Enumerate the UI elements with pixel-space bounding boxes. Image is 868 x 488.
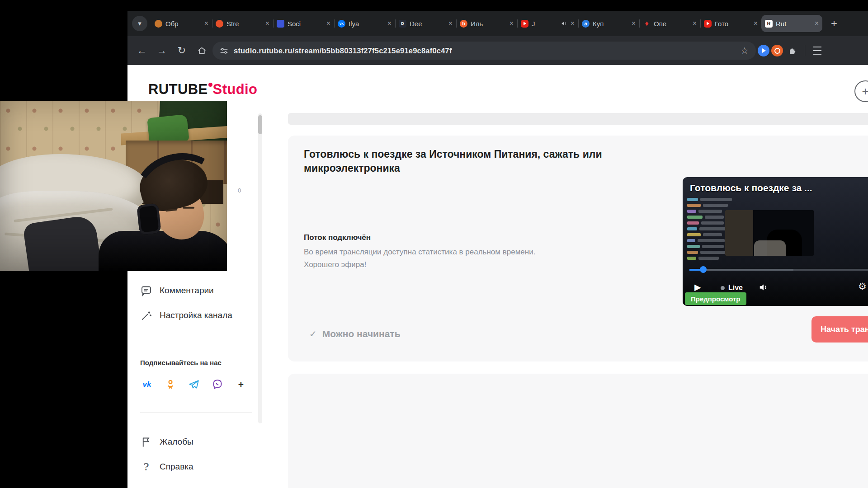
chat-line xyxy=(687,216,724,219)
create-button[interactable]: + xyxy=(854,80,868,102)
ready-label: Можно начинать xyxy=(322,328,401,339)
youtube-favicon xyxy=(521,20,528,28)
vk-link[interactable]: vk xyxy=(139,377,155,392)
progress-knob[interactable] xyxy=(700,266,707,273)
url-text: studio.rutube.ru/stream/b5bb80313f27f5c2… xyxy=(234,47,735,55)
toolbar-separator xyxy=(805,45,805,56)
browser-tab[interactable]: Гото × xyxy=(700,15,761,32)
forward-button[interactable]: → xyxy=(153,42,171,60)
tab-label: Stre xyxy=(226,20,262,28)
odnoklassniki-link[interactable] xyxy=(163,377,178,392)
close-icon[interactable]: × xyxy=(815,20,819,27)
browser-tab[interactable]: D Dee × xyxy=(395,15,456,32)
tab-search-button[interactable]: ▾ xyxy=(132,16,147,31)
tab-label: Обр xyxy=(165,20,201,28)
close-icon[interactable]: × xyxy=(754,20,758,27)
telegram-icon xyxy=(188,379,200,390)
stream-status-line: Хорошего эфира! xyxy=(304,260,366,269)
browser-tab[interactable]: b Иль × xyxy=(456,15,517,32)
diamond-favicon: ♦ xyxy=(643,20,651,28)
rutube-studio-page: RUTUBEStudio + 0 Комментарии Настройка к… xyxy=(127,65,868,488)
browser-menu-icon[interactable] xyxy=(810,42,825,60)
social-favicon xyxy=(277,20,284,28)
stream-status-line: Во время трансляции доступна статистика … xyxy=(304,248,535,257)
close-icon[interactable]: × xyxy=(509,20,514,27)
viber-link[interactable] xyxy=(210,377,225,392)
browser-tab[interactable]: VK Ilya × xyxy=(334,15,395,32)
close-icon[interactable]: × xyxy=(265,20,269,27)
tab-label: Опе xyxy=(654,20,689,28)
settings-button[interactable]: ⚙ xyxy=(858,281,867,292)
sidebar-item-comments[interactable]: Комментарии xyxy=(140,280,253,301)
sidebar-scrollbar[interactable] xyxy=(258,113,262,423)
telegram-link[interactable] xyxy=(186,377,202,392)
extension-icon-2[interactable] xyxy=(771,45,783,56)
youtube-favicon xyxy=(704,20,712,28)
back-button[interactable]: ← xyxy=(133,42,151,60)
close-icon[interactable]: × xyxy=(326,20,330,27)
close-icon[interactable]: × xyxy=(693,20,697,27)
start-stream-button[interactable]: Начать трансляцию xyxy=(811,316,868,343)
speaker-icon[interactable] xyxy=(561,20,567,27)
vk-icon: vk xyxy=(143,380,151,389)
reload-button[interactable]: ↻ xyxy=(173,42,191,60)
chat-line xyxy=(687,204,728,207)
play-icon xyxy=(524,22,526,25)
logo-brand-text: RUTUBE xyxy=(148,81,208,97)
logo-suffix-text: Studio xyxy=(213,81,258,97)
stream-status-title: Поток подключён xyxy=(304,233,371,242)
question-icon: ? xyxy=(140,461,152,473)
viber-icon xyxy=(212,379,223,390)
close-icon[interactable]: × xyxy=(204,20,208,27)
chat-line xyxy=(687,233,722,236)
sidebar-item-reports[interactable]: Жалобы xyxy=(140,432,253,452)
favicon-glyph: VK xyxy=(340,22,344,25)
webcam-overlay xyxy=(0,101,227,271)
url-bar[interactable]: studio.rutube.ru/stream/b5bb80313f27f5c2… xyxy=(212,42,756,60)
webcam-vignette xyxy=(0,101,227,271)
flag-icon xyxy=(140,436,152,448)
volume-icon xyxy=(759,282,769,292)
extension-icon-1[interactable] xyxy=(758,45,769,56)
bookmark-star-icon[interactable]: ☆ xyxy=(741,45,749,56)
more-socials-button[interactable]: + xyxy=(233,377,249,392)
sidebar-item-help[interactable]: ? Справка xyxy=(140,456,253,477)
chat-line xyxy=(687,227,726,230)
browser-tab-active[interactable]: R Rut × xyxy=(761,15,822,32)
tab-label: Куп xyxy=(593,20,628,28)
chat-line xyxy=(687,221,724,225)
plus-icon: + xyxy=(862,84,868,99)
site-info-icon[interactable] xyxy=(220,47,228,55)
browser-tab[interactable]: Soci × xyxy=(273,15,334,32)
scrollbar-thumb[interactable] xyxy=(258,115,262,134)
browser-tab-audible[interactable]: J × xyxy=(517,15,578,32)
preview-badge: Предпросмотр xyxy=(685,292,746,305)
tab-label: Dee xyxy=(410,20,445,28)
close-icon[interactable]: × xyxy=(448,20,453,27)
browser-tab[interactable]: Обр × xyxy=(151,15,212,32)
chat-line xyxy=(687,239,725,242)
home-button[interactable] xyxy=(193,42,211,60)
new-tab-button[interactable]: + xyxy=(827,16,841,31)
rutube-favicon: R xyxy=(765,20,773,28)
close-icon[interactable]: × xyxy=(571,20,575,27)
browser-window: ▾ Обр × Stre × Soci × VK Ilya × xyxy=(127,11,868,488)
wolf-favicon xyxy=(155,20,162,28)
browser-tab[interactable]: a Куп × xyxy=(578,15,639,32)
close-icon[interactable]: × xyxy=(632,20,636,27)
preview-overlay-title: Готовлюсь к поездке за ... xyxy=(690,183,812,193)
favicon-glyph: b xyxy=(462,21,465,26)
sidebar-item-channel-settings[interactable]: Настройка канала xyxy=(140,305,253,326)
favicon-glyph: ♦ xyxy=(645,20,648,28)
browser-tab[interactable]: ♦ Опе × xyxy=(639,15,700,32)
tab-label: Иль xyxy=(471,20,506,28)
gear-icon: ⚙ xyxy=(858,281,867,291)
close-icon[interactable]: × xyxy=(387,20,392,27)
live-dot-icon xyxy=(721,286,725,290)
volume-button[interactable] xyxy=(759,282,769,294)
play-button[interactable]: ▶ xyxy=(694,282,701,292)
extensions-puzzle-icon[interactable] xyxy=(785,42,800,60)
preview-player[interactable]: Готовлюсь к поездке за ... ▶ Live ⚙ xyxy=(683,177,868,306)
sidebar-item-label: Справка xyxy=(160,462,193,472)
browser-tab[interactable]: Stre × xyxy=(212,15,273,32)
